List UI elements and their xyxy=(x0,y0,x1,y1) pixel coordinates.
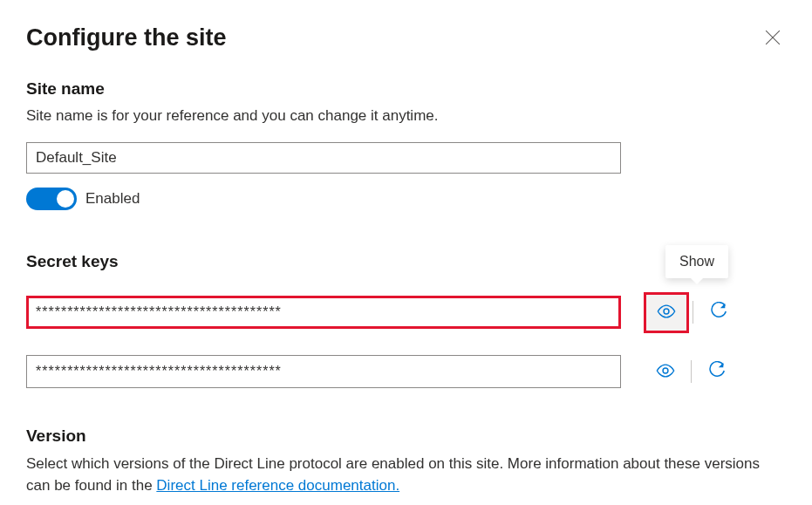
show-tooltip: Show xyxy=(665,245,728,278)
site-name-input[interactable] xyxy=(26,142,621,174)
direct-line-docs-link[interactable]: Direct Line reference documentation. xyxy=(156,477,399,494)
panel-title: Configure the site xyxy=(26,24,227,51)
eye-icon xyxy=(656,361,675,383)
eye-icon xyxy=(657,302,676,324)
version-label: Version xyxy=(26,427,786,446)
site-name-section: Site name Site name is for your referenc… xyxy=(26,79,786,210)
secret-key-2-input[interactable] xyxy=(26,355,621,388)
refresh-icon xyxy=(707,361,727,383)
enabled-toggle[interactable] xyxy=(26,188,77,210)
close-icon xyxy=(765,30,781,48)
secret-key-1-input[interactable] xyxy=(26,296,621,329)
secret-key-2-actions xyxy=(644,352,739,392)
secret-key-1-actions xyxy=(644,292,740,333)
site-name-label: Site name xyxy=(26,79,786,99)
secret-keys-section: Secret keys Show xyxy=(26,252,786,392)
show-key-1-button[interactable] xyxy=(644,292,689,333)
show-key-2-button[interactable] xyxy=(644,352,687,392)
action-divider xyxy=(693,301,693,324)
site-name-description: Site name is for your reference and you … xyxy=(26,106,786,126)
secret-key-row-2 xyxy=(26,352,786,392)
toggle-knob xyxy=(57,190,74,208)
regenerate-key-1-button[interactable] xyxy=(697,293,740,332)
version-description: Select which versions of the Direct Line… xyxy=(26,453,786,497)
secret-key-row-1: Show xyxy=(26,292,786,333)
action-divider xyxy=(691,360,692,383)
version-section: Version Select which versions of the Dir… xyxy=(26,427,786,497)
svg-point-2 xyxy=(664,309,669,314)
enabled-toggle-label: Enabled xyxy=(85,190,140,208)
close-button[interactable] xyxy=(760,24,786,53)
regenerate-key-2-button[interactable] xyxy=(695,352,739,392)
refresh-icon xyxy=(709,302,728,324)
svg-point-3 xyxy=(663,368,668,373)
